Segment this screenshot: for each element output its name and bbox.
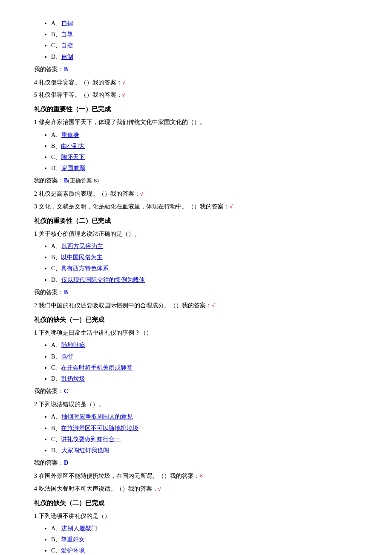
- s3-q2-option-b: B、在旅游景区不可以随地扔垃圾: [51, 423, 366, 434]
- s1-q1-answer: 我的答案：B(正确答案 B): [34, 175, 366, 186]
- s3-q2-text: 2 下列说法错误的是（）。: [34, 399, 366, 410]
- s4-q1-option-b: B、尊重妇女: [51, 534, 366, 545]
- s4-q1-options: A、进别人屋敲门 B、尊重妇女 C、爱护环境: [34, 523, 366, 555]
- intro-q4: 4 礼仪倡导宽容。（）我的答案：√: [34, 77, 366, 88]
- intro-options-list: A、自律 B、自尊 C、自控 D、自制: [34, 18, 366, 62]
- s3-q1-option-c: C、在开会时将手机关闭或静音: [51, 362, 366, 373]
- option-b: B、自尊: [51, 29, 366, 40]
- s2-q1-options: A、以西方民俗为主 B、以中国民俗为主 C、具有西方特色体系 D、仅以现代国际交…: [34, 241, 366, 285]
- s3-q1-options: A、随地吐痰 B、骂街 C、在开会时将手机关闭或静音 D、乱扔垃圾: [34, 340, 366, 384]
- s1-q1-option-c: C、胸怀天下: [51, 152, 366, 162]
- s3-q2-answer: 我的答案：D: [34, 457, 366, 468]
- section-deficiency-1: 礼仪的缺失（一）已完成 1 下列哪项是日常生活中讲礼仪的事例？（） A、随地吐痰…: [34, 314, 366, 494]
- s2-q1-option-c: C、具有西方特色体系: [51, 263, 366, 274]
- s4-q1-option-c: C、爱护环境: [51, 545, 366, 555]
- s1-q1-option-b: B、由小到大: [51, 141, 366, 151]
- section-title-1: 礼仪的重要性（一）已完成: [34, 104, 366, 115]
- option-a: A、自律: [51, 18, 366, 29]
- s1-q2: 2 礼仪是高素质的表现。（）我的答案：√: [34, 188, 366, 199]
- s1-q1-text: 1 修身齐家治国平天下，体现了我们传统文化中家国文化的（）。: [34, 117, 366, 127]
- s4-q1-text: 1 下列选项不讲礼仪的是（）: [34, 511, 366, 521]
- s3-q3: 3 在国外景区不能随便扔垃圾，在国内无所谓。（）我的答案：×: [34, 471, 366, 481]
- section-importance-1: 礼仪的重要性（一）已完成 1 修身齐家治国平天下，体现了我们传统文化中家国文化的…: [34, 104, 366, 212]
- s4-q1-option-a: A、进别人屋敲门: [51, 523, 366, 534]
- s3-q2-option-d: D、大家闯红灯我也闯: [51, 445, 366, 456]
- s1-q1-options: A、重修身 B、由小到大 C、胸怀天下 D、家国兼顾: [34, 130, 366, 174]
- s3-q1-answer: 我的答案：C: [34, 386, 366, 396]
- s2-q1-option-d: D、仅以现代国际交往的惯例为载体: [51, 275, 366, 285]
- s3-q1-text: 1 下列哪项是日常生活中讲礼仪的事例？（）: [34, 327, 366, 338]
- s3-q4: 4 吃法国大餐时不可大声说话。（）我的答案：√: [34, 483, 366, 494]
- s2-q1-answer: 我的答案：B: [34, 287, 366, 298]
- s3-q2-options: A、抽烟时应争取周围人的意见 B、在旅游景区不可以随地扔垃圾 C、讲礼仪要做到知…: [34, 411, 366, 456]
- section-title-4: 礼仪的缺失（二）已完成: [34, 497, 366, 509]
- s1-q3: 3 文化，文就是文明，化是融化在血液里，体现在行动中。（）我的答案：√: [34, 201, 366, 212]
- intro-q5: 5 礼仪倡导平等。（）我的答案：√: [34, 90, 366, 100]
- s2-q1-option-a: A、以西方民俗为主: [51, 241, 366, 251]
- option-c: C、自控: [51, 40, 366, 51]
- s3-q2-option-a: A、抽烟时应争取周围人的意见: [51, 411, 366, 422]
- s1-q1-option-d: D、家国兼顾: [51, 163, 366, 173]
- section-title-2: 礼仪的重要性（二）已完成: [34, 215, 366, 227]
- intro-my-answer: 我的答案：B: [34, 64, 366, 75]
- section-deficiency-2: 礼仪的缺失（二）已完成 1 下列选项不讲礼仪的是（） A、进别人屋敲门 B、尊重…: [34, 497, 366, 555]
- s2-q2: 2 我们中国的礼仪还要吸取国际惯例中的合理成分。（）我的答案：√: [34, 300, 366, 311]
- s3-q1-option-b: B、骂街: [51, 351, 366, 362]
- s2-q1-option-b: B、以中国民俗为主: [51, 252, 366, 263]
- s3-q1-option-a: A、随地吐痰: [51, 340, 366, 350]
- section-title-3: 礼仪的缺失（一）已完成: [34, 314, 366, 326]
- s2-q1-text: 1 关于核心价值理念说法正确的是（）。: [34, 228, 366, 239]
- s3-q2-option-c: C、讲礼仪要做到知行合一: [51, 434, 366, 445]
- s1-q1-option-a: A、重修身: [51, 130, 366, 140]
- intro-section: A、自律 B、自尊 C、自控 D、自制 我的答案：B 4 礼仪倡导宽容。（）我的…: [34, 18, 366, 100]
- option-d: D、自制: [51, 52, 366, 62]
- s3-q1-option-d: D、乱扔垃圾: [51, 373, 366, 384]
- section-importance-2: 礼仪的重要性（二）已完成 1 关于核心价值理念说法正确的是（）。 A、以西方民俗…: [34, 215, 366, 311]
